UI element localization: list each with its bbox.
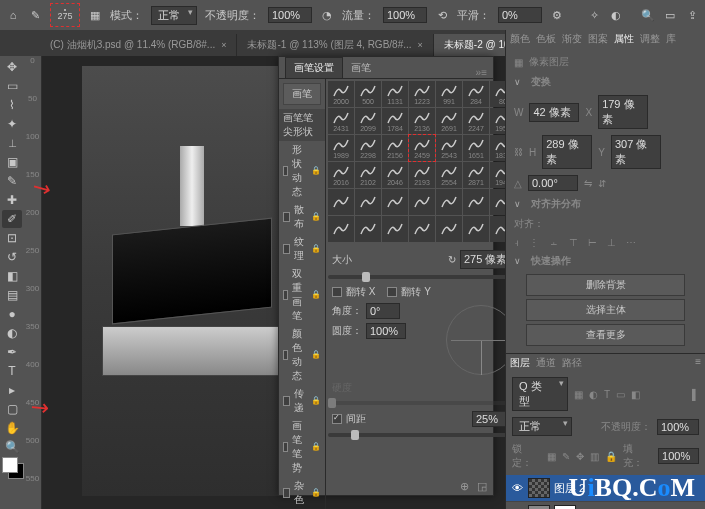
brush-thumb[interactable]	[355, 189, 381, 215]
brush-thumb[interactable]: 2431	[328, 108, 354, 134]
prop-tab[interactable]: 渐变	[562, 32, 582, 46]
layer-mask-thumb[interactable]	[554, 505, 576, 509]
brush-thumb[interactable]: 2554	[436, 162, 462, 188]
brush-thumb[interactable]	[328, 216, 354, 242]
lock-icon[interactable]: 🔒	[311, 350, 321, 360]
move-tool[interactable]: ✥	[2, 58, 22, 76]
align-left-icon[interactable]: ⫞	[514, 237, 519, 248]
brush-thumb[interactable]	[328, 189, 354, 215]
brush-option-row[interactable]: 纹理🔒	[279, 233, 325, 265]
align-hcenter-icon[interactable]: ⋮	[529, 237, 539, 248]
prop-tab[interactable]: 属性	[614, 32, 634, 46]
rotate-input[interactable]: 0.00°	[528, 175, 578, 191]
brush-thumb[interactable]	[436, 189, 462, 215]
gradient-tool[interactable]: ▤	[2, 286, 22, 304]
option-checkbox[interactable]	[283, 290, 288, 300]
brush-option-row[interactable]: 形状动态🔒	[279, 141, 325, 201]
tab-paths[interactable]: 路径	[562, 356, 582, 370]
lock-icon[interactable]: 🔒	[311, 488, 321, 498]
brush-thumb[interactable]: 500	[355, 81, 381, 107]
share-icon[interactable]: ⇪	[685, 8, 699, 22]
brush-thumb[interactable]: 1784	[382, 108, 408, 134]
prop-tab[interactable]: 调整	[640, 32, 660, 46]
panel-menu-icon[interactable]: »≡	[476, 67, 487, 78]
brush-thumb[interactable]	[463, 216, 489, 242]
hand-tool[interactable]: ✋	[2, 419, 22, 437]
brush-thumb[interactable]: 1223	[409, 81, 435, 107]
brush-thumb[interactable]: 1651	[463, 135, 489, 161]
doc-tab-0[interactable]: (C) 油烟机3.psd @ 11.4% (RGB/8#...×	[40, 34, 237, 56]
option-checkbox[interactable]	[283, 350, 288, 360]
shape-tool[interactable]: ▢	[2, 400, 22, 418]
type-tool[interactable]: T	[2, 362, 22, 380]
flip-v-icon[interactable]: ⇵	[598, 178, 606, 189]
brush-thumb[interactable]: 2099	[355, 108, 381, 134]
heal-tool[interactable]: ✚	[2, 191, 22, 209]
flipx-checkbox[interactable]	[332, 287, 342, 297]
foreground-swatch[interactable]	[2, 457, 18, 473]
brush-thumb[interactable]: 2871	[463, 162, 489, 188]
brush-thumb[interactable]: 2016	[328, 162, 354, 188]
lock-all-icon[interactable]: 🔒	[605, 451, 617, 462]
flow-input[interactable]: 100%	[383, 7, 427, 23]
brush-icon[interactable]: ✎	[28, 8, 42, 22]
opacity-input[interactable]: 100%	[268, 7, 312, 23]
brush-panel-toggle-icon[interactable]: ▦	[88, 8, 102, 22]
option-checkbox[interactable]	[283, 166, 288, 176]
prop-tab[interactable]: 库	[666, 32, 676, 46]
dodge-tool[interactable]: ◐	[2, 324, 22, 342]
y-input[interactable]: 307 像素	[611, 135, 661, 169]
align-vcenter-icon[interactable]: ⊢	[588, 237, 597, 248]
layer-fill-input[interactable]: 100%	[658, 448, 699, 464]
remove-bg-button[interactable]: 删除背景	[526, 274, 685, 296]
pressure-size-icon[interactable]: ◐	[609, 8, 623, 22]
spacing-slider[interactable]	[328, 433, 516, 437]
spacing-checkbox[interactable]	[332, 414, 342, 424]
align-top-icon[interactable]: ⊤	[569, 237, 578, 248]
doc-tab-1[interactable]: 未标题-1 @ 113% (图层 4, RGB/8#...×	[237, 34, 433, 56]
frame-tool[interactable]: ▣	[2, 153, 22, 171]
lock-icon[interactable]: 🔒	[311, 396, 321, 406]
brush-option-row[interactable]: 双重画笔🔒	[279, 265, 325, 325]
color-swatches[interactable]	[2, 457, 22, 479]
crop-tool[interactable]: ⟂	[2, 134, 22, 152]
brush-thumb[interactable]: 284	[463, 81, 489, 107]
distribute-icon[interactable]: ⋯	[626, 237, 636, 248]
lock-pos-icon[interactable]: ✥	[576, 451, 584, 462]
brush-thumb[interactable]	[382, 216, 408, 242]
w-input[interactable]: 42 像素	[529, 103, 579, 122]
brush-thumb[interactable]: 2102	[355, 162, 381, 188]
filter-toggle[interactable]: ▌	[692, 389, 699, 400]
workspace-icon[interactable]: ▭	[663, 8, 677, 22]
search-icon[interactable]: 🔍	[641, 8, 655, 22]
close-icon[interactable]: ×	[221, 40, 226, 50]
lasso-tool[interactable]: ⌇	[2, 96, 22, 114]
history-brush-tool[interactable]: ↺	[2, 248, 22, 266]
eraser-tool[interactable]: ◧	[2, 267, 22, 285]
smoothing-gear-icon[interactable]: ⚙	[550, 8, 564, 22]
brush-thumb[interactable]: 991	[436, 81, 462, 107]
tab-brush-settings[interactable]: 画笔设置	[285, 57, 343, 78]
layer-thumb[interactable]	[528, 505, 550, 509]
brush-thumb[interactable]	[382, 189, 408, 215]
option-checkbox[interactable]	[283, 396, 290, 406]
lock-icon[interactable]: 🔒	[311, 166, 321, 176]
link-icon[interactable]: ⛓	[514, 147, 523, 157]
collapse-icon[interactable]: ∨	[514, 77, 521, 87]
brush-thumb[interactable]	[463, 189, 489, 215]
lock-paint-icon[interactable]: ✎	[562, 451, 570, 462]
lock-icon[interactable]: 🔒	[311, 290, 321, 300]
brush-thumb[interactable]: 2543	[436, 135, 462, 161]
layer-filter-dropdown[interactable]: Q 类型	[512, 377, 568, 411]
brush-option-row[interactable]: 传递🔒	[279, 385, 325, 417]
filter-smart-icon[interactable]: ◧	[631, 389, 640, 400]
path-select-tool[interactable]: ▸	[2, 381, 22, 399]
prop-tab[interactable]: 色板	[536, 32, 556, 46]
tab-channels[interactable]: 通道	[536, 356, 556, 370]
filter-pixel-icon[interactable]: ▦	[574, 389, 583, 400]
tab-layers[interactable]: 图层	[510, 356, 530, 370]
align-right-icon[interactable]: ⫠	[549, 237, 559, 248]
layer-opacity-input[interactable]: 100%	[657, 419, 699, 435]
size-slider[interactable]	[328, 275, 516, 279]
option-checkbox[interactable]	[283, 212, 290, 222]
